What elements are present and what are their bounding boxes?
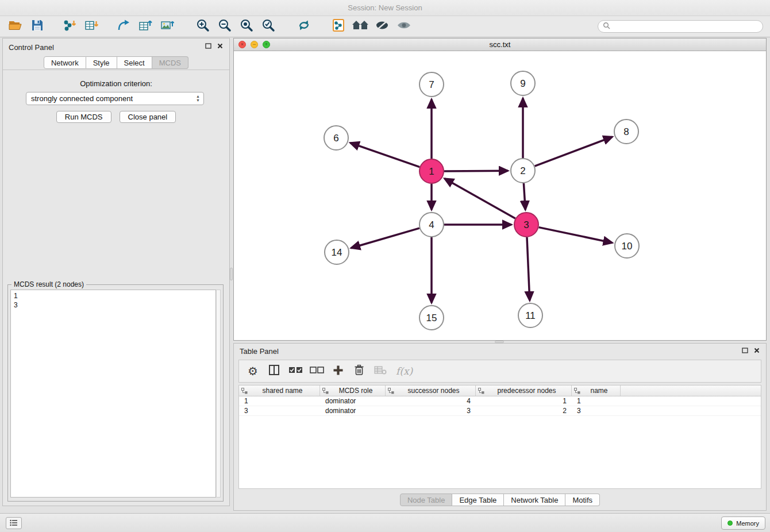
control-panel-title: Control Panel xyxy=(9,43,54,52)
graph-node-2[interactable]: 2 xyxy=(511,159,535,183)
graph-node-7[interactable]: 7 xyxy=(419,72,444,97)
mcds-result-text[interactable]: 13 xyxy=(10,290,216,498)
column-header-MCDS-role[interactable]: MCDS role xyxy=(320,385,386,396)
save-session-button[interactable] xyxy=(26,18,48,35)
graph-edge-4-14[interactable] xyxy=(351,228,419,248)
checked-boxes-icon xyxy=(288,366,303,376)
table-row[interactable]: 3dominator323 xyxy=(239,406,761,416)
show-all-button[interactable] xyxy=(393,18,415,35)
close-panel-icon[interactable] xyxy=(217,43,224,49)
graph-node-14[interactable]: 14 xyxy=(325,240,349,264)
tab-style[interactable]: Style xyxy=(86,56,117,69)
export-network-button[interactable] xyxy=(113,18,134,35)
graph-edge-3-11[interactable] xyxy=(527,237,530,300)
export-table-button[interactable] xyxy=(134,18,156,35)
eye-icon xyxy=(396,19,411,34)
tab-motifs[interactable]: Motifs xyxy=(565,494,600,506)
first-neighbors-button[interactable] xyxy=(328,18,349,35)
new-column-button[interactable] xyxy=(329,363,347,380)
import-table-button[interactable] xyxy=(80,18,102,35)
tab-network[interactable]: Network xyxy=(44,56,86,69)
graph-node-4[interactable]: 4 xyxy=(419,213,444,237)
import-network-button[interactable] xyxy=(59,18,80,35)
delete-columns-button[interactable] xyxy=(350,363,368,380)
column-type-icon xyxy=(322,388,329,394)
open-session-button[interactable] xyxy=(5,18,26,35)
graph-edge-1-2[interactable] xyxy=(444,171,508,171)
function-builder-button[interactable]: f(x) xyxy=(392,363,413,380)
minimize-window-icon[interactable]: – xyxy=(251,41,258,48)
graph-node-10[interactable]: 10 xyxy=(615,234,639,258)
table-panel: Table Panel ⚙ xyxy=(233,343,767,511)
graph-edge-2-8[interactable] xyxy=(535,137,613,166)
zoom-in-icon xyxy=(196,18,210,34)
run-mcds-button[interactable]: Run MCDS xyxy=(56,111,111,123)
tab-node-table[interactable]: Node Table xyxy=(400,494,453,506)
column-settings-button[interactable]: ⚙ xyxy=(244,363,262,380)
column-header-name[interactable]: name xyxy=(572,385,621,396)
tab-network-table[interactable]: Network Table xyxy=(504,494,565,506)
float-table-panel-icon[interactable] xyxy=(741,347,748,354)
select-all-columns-button[interactable] xyxy=(286,363,305,380)
apply-layout-button[interactable] xyxy=(293,18,315,35)
network-window-titlebar[interactable]: × – + scc.txt xyxy=(234,38,766,51)
graph-node-15[interactable]: 15 xyxy=(419,306,444,330)
tab-edge-table[interactable]: Edge Table xyxy=(452,494,504,506)
delete-table-button[interactable] xyxy=(371,363,390,380)
optimization-dropdown[interactable]: strongly connected component ▲▼ xyxy=(26,92,204,105)
zoom-fit-button[interactable] xyxy=(236,18,257,35)
graph-edge-3-1[interactable] xyxy=(445,179,515,218)
column-type-icon xyxy=(388,388,394,394)
graph-node-label: 8 xyxy=(623,126,629,137)
column-type-icon xyxy=(478,388,484,394)
graph-node-9[interactable]: 9 xyxy=(511,71,535,95)
zoom-window-icon[interactable]: + xyxy=(263,41,270,48)
graph-node-label: 2 xyxy=(520,165,525,176)
column-header-successor-nodes[interactable]: successor nodes xyxy=(386,385,476,396)
graph-node-6[interactable]: 6 xyxy=(324,126,348,150)
hide-selected-button[interactable] xyxy=(371,18,393,35)
memory-label: Memory xyxy=(736,520,759,527)
export-image-button[interactable] xyxy=(156,18,178,35)
vertical-splitter-handle[interactable] xyxy=(230,268,233,280)
control-panel: Control Panel NetworkStyleSelectMCDS Opt… xyxy=(2,38,230,506)
zoom-selected-button[interactable] xyxy=(257,18,279,35)
close-window-icon[interactable]: × xyxy=(238,41,246,48)
column-header-shared-name[interactable]: shared name xyxy=(239,385,320,396)
result-scrollbar[interactable] xyxy=(216,290,221,498)
delete-table-icon xyxy=(374,365,387,377)
zoom-out-icon xyxy=(218,18,232,34)
zoom-selected-icon xyxy=(261,18,275,34)
close-panel-button[interactable]: Close panel xyxy=(120,111,176,123)
siblings-button[interactable] xyxy=(349,18,371,35)
search-input[interactable] xyxy=(613,22,763,30)
network-canvas[interactable]: 7968124310141511 xyxy=(234,51,766,340)
horizontal-splitter-handle[interactable] xyxy=(495,341,504,343)
graph-node-8[interactable]: 8 xyxy=(614,119,638,144)
network-view-window: × – + scc.txt 7968124310141511 xyxy=(233,38,767,341)
graph-node-1[interactable]: 1 xyxy=(419,159,444,183)
panel-menu-button[interactable] xyxy=(6,517,22,529)
table-row[interactable]: 1dominator411 xyxy=(239,396,761,406)
tab-mcds[interactable]: MCDS xyxy=(152,56,188,69)
graph-edge-1-6[interactable] xyxy=(351,143,420,167)
column-type-icon xyxy=(574,388,580,394)
trash-icon xyxy=(354,364,364,378)
close-table-panel-icon[interactable] xyxy=(753,347,760,354)
graph-edge-2-3[interactable] xyxy=(523,183,525,210)
column-header-label: MCDS role xyxy=(329,387,383,395)
column-header-label: predecessor nodes xyxy=(484,387,569,395)
graph-node-11[interactable]: 11 xyxy=(518,303,542,327)
memory-button[interactable]: Memory xyxy=(721,516,765,530)
zoom-in-button[interactable] xyxy=(192,18,214,35)
unselect-all-columns-button[interactable] xyxy=(307,363,326,380)
graph-edge-3-10[interactable] xyxy=(539,228,613,243)
zoom-out-button[interactable] xyxy=(214,18,236,35)
float-panel-icon[interactable] xyxy=(205,43,211,49)
open-folder-icon xyxy=(8,19,23,34)
split-column-button[interactable] xyxy=(265,363,283,380)
tab-select[interactable]: Select xyxy=(117,56,152,69)
graph-node-3[interactable]: 3 xyxy=(514,213,538,237)
search-box[interactable] xyxy=(598,20,763,33)
column-header-predecessor-nodes[interactable]: predecessor nodes xyxy=(476,385,572,396)
